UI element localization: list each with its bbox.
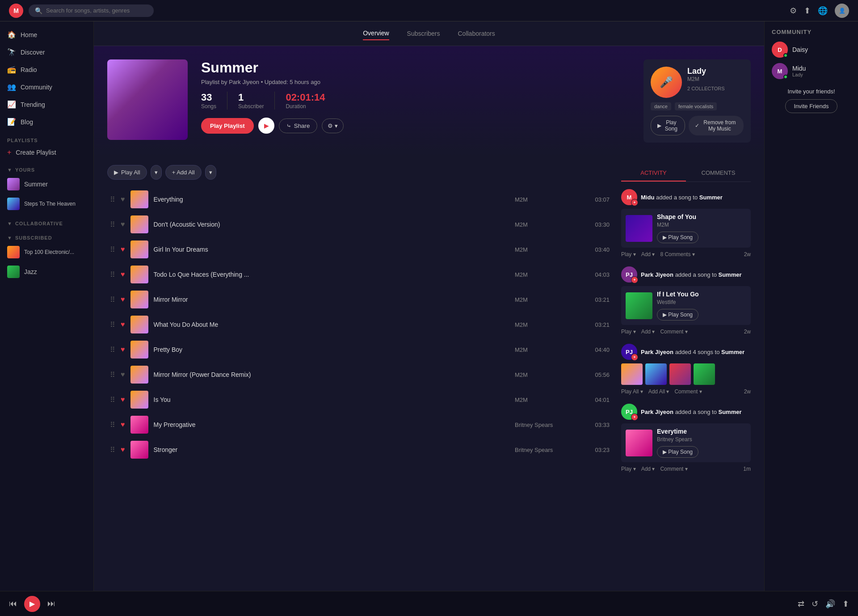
sidebar-item-community[interactable]: 👥 Community: [0, 78, 93, 96]
song-artist: Britney Spears: [515, 447, 582, 453]
play-action[interactable]: Play ▾: [621, 466, 636, 472]
tab-comments[interactable]: COMMENTS: [686, 165, 751, 181]
add-all-dropdown[interactable]: ▾: [205, 165, 216, 180]
song-artist: M2M: [515, 296, 582, 303]
play-action[interactable]: Play ▾: [621, 329, 636, 335]
song-duration: 03:33: [587, 422, 610, 428]
song-row[interactable]: ⠿ ♥ Everything M2M 03:07: [107, 187, 612, 212]
radio-icon: 📻: [7, 65, 16, 74]
add-all-button[interactable]: + Add All: [165, 165, 202, 180]
sidebar-item-home[interactable]: 🏠 Home: [0, 26, 93, 43]
sidebar-item-radio[interactable]: 📻 Radio: [0, 61, 93, 78]
song-name: Pretty Boy: [154, 346, 510, 353]
online-indicator: [783, 53, 788, 58]
lady-play-button[interactable]: ▶ Play Song: [651, 116, 685, 135]
invite-friends-button[interactable]: Invite Friends: [785, 99, 837, 113]
drag-handle[interactable]: ⠿: [110, 446, 115, 454]
community-user-item[interactable]: M Midu Lady: [772, 63, 851, 79]
drag-handle[interactable]: ⠿: [110, 270, 115, 279]
tab-subscribers[interactable]: Subscribers: [407, 27, 440, 40]
activity-play-button[interactable]: ▶ Play Song: [657, 446, 698, 458]
drag-handle[interactable]: ⠿: [110, 220, 115, 229]
like-button[interactable]: ♥: [121, 295, 125, 304]
add-action[interactable]: Add ▾: [641, 329, 655, 335]
playlist-cover-art: [107, 59, 188, 140]
drag-handle[interactable]: ⠿: [110, 195, 115, 204]
play-action[interactable]: Play All ▾: [621, 388, 643, 395]
song-thumbnail: [130, 215, 148, 233]
drag-handle[interactable]: ⠿: [110, 346, 115, 354]
like-button[interactable]: ♥: [121, 245, 125, 253]
comment-action[interactable]: Comment ▾: [660, 466, 687, 472]
drag-handle[interactable]: ⠿: [110, 295, 115, 304]
globe-icon[interactable]: 🌐: [818, 6, 828, 16]
song-row[interactable]: ⠿ ♥ My Prerogative Britney Spears 03:33: [107, 412, 612, 437]
activity-play-button[interactable]: ▶ Play Song: [657, 232, 698, 243]
create-playlist-button[interactable]: + Create Playlist: [0, 145, 93, 160]
like-button[interactable]: ♥: [121, 321, 125, 329]
song-row[interactable]: ⠿ ♥ Mirror Mirror (Power Dance Remix) M2…: [107, 362, 612, 387]
activity-text: Park Jiyeon added a song to Summer: [641, 271, 751, 278]
playlist-item-top100[interactable]: Top 100 Electronic/...: [0, 242, 93, 262]
comments-action[interactable]: 8 Comments ▾: [660, 251, 694, 257]
add-action[interactable]: Add ▾: [641, 466, 655, 472]
like-button[interactable]: ♥: [121, 346, 125, 354]
drag-handle[interactable]: ⠿: [110, 421, 115, 429]
comment-action[interactable]: Comment ▾: [674, 388, 702, 395]
remove-from-music-button[interactable]: ✓ Remove from My Music: [689, 116, 744, 135]
search-bar[interactable]: 🔍: [29, 4, 154, 17]
activity-song-name: If I Let You Go: [657, 291, 746, 298]
activity-user: M + Midu added a song to Summer: [621, 189, 751, 205]
song-row[interactable]: ⠿ ♥ What You Do About Me M2M 03:21: [107, 312, 612, 337]
song-row[interactable]: ⠿ ♥ Pretty Boy M2M 04:40: [107, 337, 612, 362]
tab-overview[interactable]: Overview: [363, 27, 389, 40]
like-button[interactable]: ♥: [121, 396, 125, 404]
song-row[interactable]: ⠿ ♥ Stronger Britney Spears 03:23: [107, 437, 612, 462]
search-input[interactable]: [46, 7, 147, 14]
like-button[interactable]: ♥: [121, 446, 125, 454]
sidebar-item-trending[interactable]: 📈 Trending: [0, 96, 93, 113]
add-action[interactable]: Add ▾: [641, 251, 655, 257]
share-button[interactable]: ⤷ Share: [279, 118, 318, 133]
song-row[interactable]: ⠿ ♥ Is You M2M 04:01: [107, 387, 612, 412]
like-button[interactable]: ♥: [121, 421, 125, 429]
song-row[interactable]: ⠿ ♥ Todo Lo Que Haces (Everything ... M2…: [107, 262, 612, 287]
like-button[interactable]: ♥: [121, 195, 125, 203]
lady-tags: dance female vocalists: [651, 102, 744, 110]
like-button[interactable]: ♥: [121, 371, 125, 379]
play-all-button[interactable]: ▶ Play All: [107, 165, 147, 180]
upload-icon[interactable]: ⬆: [804, 6, 811, 16]
tab-collaborators[interactable]: Collaborators: [458, 27, 495, 40]
play-action[interactable]: Play ▾: [621, 251, 636, 257]
tab-activity[interactable]: ACTIVITY: [621, 165, 686, 181]
settings-icon[interactable]: ⚙: [790, 6, 797, 16]
activity-avatar: PJ +: [621, 344, 637, 360]
song-row[interactable]: ⠿ ♥ Don't (Acoustic Version) M2M 03:30: [107, 212, 612, 237]
add-action[interactable]: Add All ▾: [648, 388, 669, 395]
like-button[interactable]: ♥: [121, 270, 125, 278]
playlist-item-summer[interactable]: Summer: [0, 174, 93, 194]
sidebar-item-discover[interactable]: 🔭 Discover: [0, 43, 93, 61]
play-circle-button[interactable]: ▶: [258, 118, 274, 134]
song-row[interactable]: ⠿ ♥ Mirror Mirror M2M 03:21: [107, 287, 612, 312]
playlist-item-jazz[interactable]: Jazz: [0, 262, 93, 282]
comment-action[interactable]: Comment ▾: [660, 329, 687, 335]
sidebar-label-home: Home: [21, 31, 37, 38]
activity-song-artist: Westlife: [657, 299, 746, 305]
song-artist: M2M: [515, 246, 582, 253]
like-button[interactable]: ♥: [121, 220, 125, 228]
user-avatar[interactable]: 👤: [835, 4, 849, 18]
activity-user: PJ + Park Jiyeon added a song to Summer: [621, 404, 751, 420]
drag-handle[interactable]: ⠿: [110, 245, 115, 254]
drag-handle[interactable]: ⠿: [110, 396, 115, 404]
drag-handle[interactable]: ⠿: [110, 321, 115, 329]
drag-handle[interactable]: ⠿: [110, 371, 115, 379]
settings-button[interactable]: ⚙ ▾: [322, 118, 344, 133]
sidebar-item-blog[interactable]: 📝 Blog: [0, 113, 93, 131]
song-row[interactable]: ⠿ ♥ Girl In Your Dreams M2M 03:40: [107, 237, 612, 262]
play-all-dropdown[interactable]: ▾: [151, 165, 162, 180]
activity-play-button[interactable]: ▶ Play Song: [657, 309, 698, 321]
playlist-item-steps[interactable]: Steps To The Heaven: [0, 194, 93, 214]
community-user-item[interactable]: D Daisy: [772, 42, 851, 58]
play-playlist-button[interactable]: Play Playlist: [201, 118, 254, 134]
